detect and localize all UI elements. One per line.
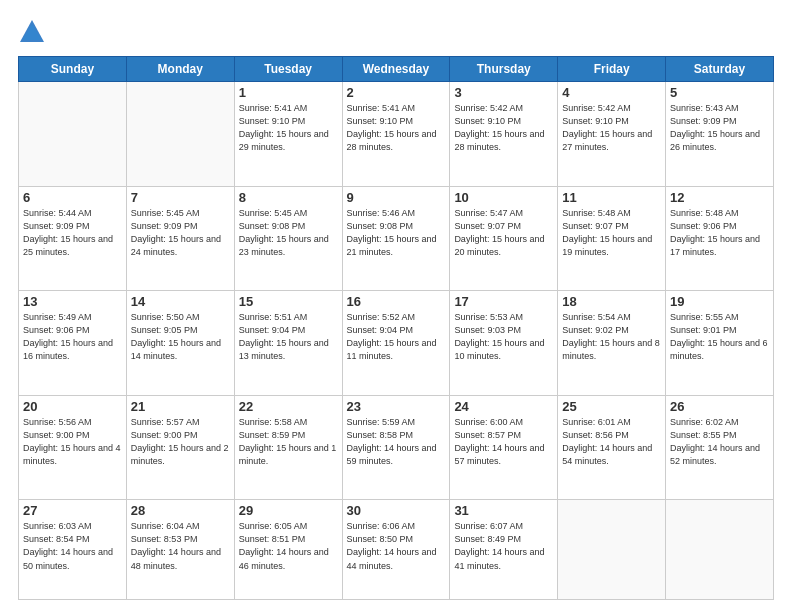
calendar-cell: 23Sunrise: 5:59 AM Sunset: 8:58 PM Dayli…: [342, 395, 450, 500]
calendar-cell: 12Sunrise: 5:48 AM Sunset: 9:06 PM Dayli…: [666, 186, 774, 291]
calendar-table: SundayMondayTuesdayWednesdayThursdayFrid…: [18, 56, 774, 600]
day-of-week-header: Sunday: [19, 57, 127, 82]
day-info: Sunrise: 5:45 AM Sunset: 9:09 PM Dayligh…: [131, 207, 230, 259]
calendar-cell: 7Sunrise: 5:45 AM Sunset: 9:09 PM Daylig…: [126, 186, 234, 291]
logo-icon: [18, 18, 46, 46]
day-number: 14: [131, 294, 230, 309]
day-info: Sunrise: 5:48 AM Sunset: 9:06 PM Dayligh…: [670, 207, 769, 259]
calendar-cell: 31Sunrise: 6:07 AM Sunset: 8:49 PM Dayli…: [450, 500, 558, 600]
day-info: Sunrise: 5:59 AM Sunset: 8:58 PM Dayligh…: [347, 416, 446, 468]
day-number: 2: [347, 85, 446, 100]
calendar-week-row: 6Sunrise: 5:44 AM Sunset: 9:09 PM Daylig…: [19, 186, 774, 291]
calendar-cell: 26Sunrise: 6:02 AM Sunset: 8:55 PM Dayli…: [666, 395, 774, 500]
day-info: Sunrise: 5:56 AM Sunset: 9:00 PM Dayligh…: [23, 416, 122, 468]
day-number: 6: [23, 190, 122, 205]
day-number: 19: [670, 294, 769, 309]
day-number: 26: [670, 399, 769, 414]
day-info: Sunrise: 5:57 AM Sunset: 9:00 PM Dayligh…: [131, 416, 230, 468]
calendar-header-row: SundayMondayTuesdayWednesdayThursdayFrid…: [19, 57, 774, 82]
day-number: 1: [239, 85, 338, 100]
day-info: Sunrise: 5:48 AM Sunset: 9:07 PM Dayligh…: [562, 207, 661, 259]
logo: [18, 18, 50, 46]
day-info: Sunrise: 5:47 AM Sunset: 9:07 PM Dayligh…: [454, 207, 553, 259]
day-number: 10: [454, 190, 553, 205]
day-number: 9: [347, 190, 446, 205]
calendar-cell: 25Sunrise: 6:01 AM Sunset: 8:56 PM Dayli…: [558, 395, 666, 500]
day-number: 25: [562, 399, 661, 414]
day-number: 16: [347, 294, 446, 309]
calendar-cell: 10Sunrise: 5:47 AM Sunset: 9:07 PM Dayli…: [450, 186, 558, 291]
day-info: Sunrise: 5:51 AM Sunset: 9:04 PM Dayligh…: [239, 311, 338, 363]
day-number: 23: [347, 399, 446, 414]
day-number: 7: [131, 190, 230, 205]
day-info: Sunrise: 5:52 AM Sunset: 9:04 PM Dayligh…: [347, 311, 446, 363]
day-of-week-header: Thursday: [450, 57, 558, 82]
day-number: 12: [670, 190, 769, 205]
calendar-cell: 11Sunrise: 5:48 AM Sunset: 9:07 PM Dayli…: [558, 186, 666, 291]
calendar-cell: 3Sunrise: 5:42 AM Sunset: 9:10 PM Daylig…: [450, 82, 558, 187]
day-info: Sunrise: 5:41 AM Sunset: 9:10 PM Dayligh…: [347, 102, 446, 154]
day-info: Sunrise: 5:58 AM Sunset: 8:59 PM Dayligh…: [239, 416, 338, 468]
calendar-week-row: 13Sunrise: 5:49 AM Sunset: 9:06 PM Dayli…: [19, 291, 774, 396]
day-info: Sunrise: 5:42 AM Sunset: 9:10 PM Dayligh…: [454, 102, 553, 154]
day-number: 17: [454, 294, 553, 309]
calendar-cell: 20Sunrise: 5:56 AM Sunset: 9:00 PM Dayli…: [19, 395, 127, 500]
day-info: Sunrise: 5:53 AM Sunset: 9:03 PM Dayligh…: [454, 311, 553, 363]
calendar-cell: [558, 500, 666, 600]
day-number: 5: [670, 85, 769, 100]
calendar-cell: [126, 82, 234, 187]
calendar-cell: 29Sunrise: 6:05 AM Sunset: 8:51 PM Dayli…: [234, 500, 342, 600]
calendar-cell: 13Sunrise: 5:49 AM Sunset: 9:06 PM Dayli…: [19, 291, 127, 396]
day-info: Sunrise: 6:01 AM Sunset: 8:56 PM Dayligh…: [562, 416, 661, 468]
day-info: Sunrise: 5:49 AM Sunset: 9:06 PM Dayligh…: [23, 311, 122, 363]
svg-marker-1: [22, 24, 42, 40]
day-info: Sunrise: 5:50 AM Sunset: 9:05 PM Dayligh…: [131, 311, 230, 363]
header: [18, 18, 774, 46]
calendar-cell: 14Sunrise: 5:50 AM Sunset: 9:05 PM Dayli…: [126, 291, 234, 396]
day-info: Sunrise: 6:02 AM Sunset: 8:55 PM Dayligh…: [670, 416, 769, 468]
day-number: 3: [454, 85, 553, 100]
day-number: 30: [347, 503, 446, 518]
calendar-cell: 6Sunrise: 5:44 AM Sunset: 9:09 PM Daylig…: [19, 186, 127, 291]
calendar-cell: 4Sunrise: 5:42 AM Sunset: 9:10 PM Daylig…: [558, 82, 666, 187]
day-info: Sunrise: 6:03 AM Sunset: 8:54 PM Dayligh…: [23, 520, 122, 572]
day-number: 15: [239, 294, 338, 309]
day-number: 21: [131, 399, 230, 414]
calendar-cell: 19Sunrise: 5:55 AM Sunset: 9:01 PM Dayli…: [666, 291, 774, 396]
calendar-cell: 22Sunrise: 5:58 AM Sunset: 8:59 PM Dayli…: [234, 395, 342, 500]
day-info: Sunrise: 6:06 AM Sunset: 8:50 PM Dayligh…: [347, 520, 446, 572]
calendar-cell: 24Sunrise: 6:00 AM Sunset: 8:57 PM Dayli…: [450, 395, 558, 500]
day-of-week-header: Wednesday: [342, 57, 450, 82]
calendar-cell: 30Sunrise: 6:06 AM Sunset: 8:50 PM Dayli…: [342, 500, 450, 600]
day-info: Sunrise: 6:05 AM Sunset: 8:51 PM Dayligh…: [239, 520, 338, 572]
calendar-cell: [19, 82, 127, 187]
day-number: 24: [454, 399, 553, 414]
day-of-week-header: Monday: [126, 57, 234, 82]
calendar-week-row: 1Sunrise: 5:41 AM Sunset: 9:10 PM Daylig…: [19, 82, 774, 187]
calendar-cell: 17Sunrise: 5:53 AM Sunset: 9:03 PM Dayli…: [450, 291, 558, 396]
calendar-cell: 8Sunrise: 5:45 AM Sunset: 9:08 PM Daylig…: [234, 186, 342, 291]
day-of-week-header: Tuesday: [234, 57, 342, 82]
day-of-week-header: Friday: [558, 57, 666, 82]
day-info: Sunrise: 6:00 AM Sunset: 8:57 PM Dayligh…: [454, 416, 553, 468]
calendar-cell: 9Sunrise: 5:46 AM Sunset: 9:08 PM Daylig…: [342, 186, 450, 291]
page: SundayMondayTuesdayWednesdayThursdayFrid…: [0, 0, 792, 612]
calendar-cell: [666, 500, 774, 600]
day-number: 29: [239, 503, 338, 518]
day-info: Sunrise: 5:54 AM Sunset: 9:02 PM Dayligh…: [562, 311, 661, 363]
calendar-cell: 21Sunrise: 5:57 AM Sunset: 9:00 PM Dayli…: [126, 395, 234, 500]
calendar-cell: 2Sunrise: 5:41 AM Sunset: 9:10 PM Daylig…: [342, 82, 450, 187]
day-number: 20: [23, 399, 122, 414]
day-number: 27: [23, 503, 122, 518]
day-info: Sunrise: 6:07 AM Sunset: 8:49 PM Dayligh…: [454, 520, 553, 572]
day-info: Sunrise: 5:43 AM Sunset: 9:09 PM Dayligh…: [670, 102, 769, 154]
day-info: Sunrise: 5:42 AM Sunset: 9:10 PM Dayligh…: [562, 102, 661, 154]
calendar-cell: 15Sunrise: 5:51 AM Sunset: 9:04 PM Dayli…: [234, 291, 342, 396]
day-number: 18: [562, 294, 661, 309]
calendar-week-row: 27Sunrise: 6:03 AM Sunset: 8:54 PM Dayli…: [19, 500, 774, 600]
day-number: 13: [23, 294, 122, 309]
day-info: Sunrise: 6:04 AM Sunset: 8:53 PM Dayligh…: [131, 520, 230, 572]
calendar-cell: 5Sunrise: 5:43 AM Sunset: 9:09 PM Daylig…: [666, 82, 774, 187]
day-number: 8: [239, 190, 338, 205]
calendar-cell: 1Sunrise: 5:41 AM Sunset: 9:10 PM Daylig…: [234, 82, 342, 187]
